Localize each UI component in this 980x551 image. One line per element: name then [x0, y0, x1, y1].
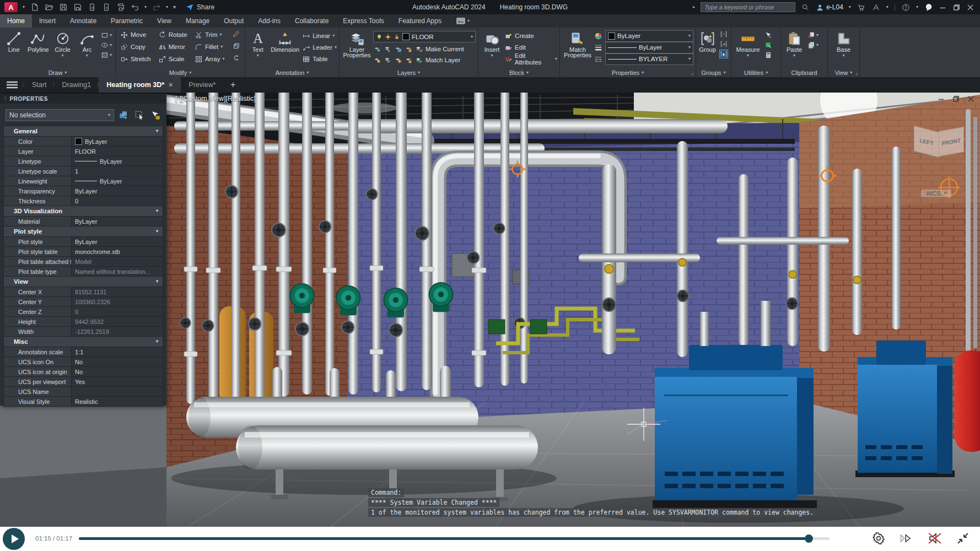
- copy-button[interactable]: Copy: [120, 42, 154, 52]
- group-button[interactable]: Group: [697, 30, 718, 53]
- ribbon-tab-manage[interactable]: Manage: [179, 14, 217, 28]
- modify-panel-label[interactable]: Modify▾: [116, 68, 245, 77]
- array-button[interactable]: Array▾: [195, 54, 228, 64]
- file-tab-start[interactable]: Start: [24, 77, 54, 93]
- ribbon-tab-addins[interactable]: Add-ins: [251, 14, 288, 28]
- line-button[interactable]: Line: [2, 30, 25, 53]
- property-value[interactable]: FLOOR: [72, 147, 163, 156]
- undo-button[interactable]: [130, 3, 139, 12]
- open-from-web-button[interactable]: [87, 3, 96, 12]
- exit-fullscreen-button[interactable]: [956, 531, 970, 545]
- property-value[interactable]: No: [72, 367, 163, 376]
- search-expand-icon[interactable]: ▸: [693, 5, 695, 9]
- viewcube-left-face[interactable]: LEFT: [914, 126, 939, 157]
- file-tab-preview[interactable]: Preview*: [181, 77, 223, 93]
- ribbon-tab-parametric[interactable]: Parametric: [104, 14, 150, 28]
- view-panel-label[interactable]: View▾: [828, 68, 859, 77]
- section-header-view[interactable]: View▾: [4, 277, 163, 287]
- drawing-close-icon[interactable]: [967, 95, 974, 102]
- command-prompt[interactable]: Command:: [368, 488, 404, 497]
- search-input[interactable]: Type a keyword or phrase: [701, 2, 795, 12]
- group-edit-button[interactable]: [720, 40, 728, 48]
- move-button[interactable]: Move: [120, 30, 154, 40]
- clipboard-panel-label[interactable]: Clipboard: [781, 68, 827, 77]
- property-value[interactable]: 1: [72, 166, 163, 176]
- help-caret-icon[interactable]: ▾: [916, 5, 918, 9]
- save-as-button[interactable]: [73, 3, 82, 12]
- properties-dialog-launcher-icon[interactable]: ⌟: [691, 70, 693, 75]
- layer-unlock-all-icon[interactable]: [405, 56, 412, 64]
- ungroup-button[interactable]: [720, 30, 728, 38]
- property-value[interactable]: ByLayer: [72, 237, 163, 246]
- file-tab-heating-room[interactable]: Heating room 3D*✕: [99, 77, 181, 93]
- user-menu-caret-icon[interactable]: ▾: [849, 5, 851, 9]
- select-objects-button[interactable]: [133, 110, 146, 121]
- ribbon-tab-view[interactable]: View: [150, 14, 179, 28]
- drawing-restore-icon[interactable]: [952, 95, 960, 102]
- progress-bar[interactable]: [79, 537, 830, 540]
- layer-thaw-all-icon[interactable]: [394, 56, 402, 64]
- quick-calc-button[interactable]: [764, 41, 772, 49]
- apps-caret-icon[interactable]: ▾: [886, 5, 889, 9]
- property-value[interactable]: -12261.2519: [72, 327, 163, 336]
- property-value[interactable]: Yes: [72, 377, 163, 386]
- close-button[interactable]: [966, 3, 974, 12]
- property-value[interactable]: [72, 387, 163, 396]
- layer-properties-button[interactable]: Layer Properties: [342, 30, 372, 58]
- property-value[interactable]: ByLayer: [72, 186, 163, 196]
- new-drawing-tab-button[interactable]: +: [224, 77, 243, 93]
- copy-clip-button[interactable]: ▾: [807, 41, 819, 49]
- viewcube-front-face[interactable]: FRONT: [939, 127, 964, 156]
- layer-unisolate-icon[interactable]: [384, 56, 391, 64]
- file-tab-drawing1[interactable]: Drawing1: [54, 77, 99, 93]
- ellipse-tool-button[interactable]: ▾: [101, 41, 112, 49]
- file-tabs-menu-icon[interactable]: [0, 77, 24, 93]
- insert-block-button[interactable]: Insert ▾: [481, 30, 503, 58]
- property-value[interactable]: 0: [72, 196, 163, 206]
- object-color-select[interactable]: ByLayer▾: [605, 30, 693, 42]
- property-value[interactable]: No: [72, 357, 163, 366]
- signed-in-user[interactable]: e-L04: [816, 3, 843, 12]
- section-header-plot-style[interactable]: Plot style▾: [4, 226, 163, 236]
- restore-button[interactable]: [952, 3, 961, 12]
- app-store-cart-icon[interactable]: [857, 3, 866, 12]
- edit-block-button[interactable]: Edit: [504, 42, 557, 52]
- save-to-web-button[interactable]: [101, 3, 111, 12]
- ribbon-tab-collaborate[interactable]: Collaborate: [288, 14, 336, 28]
- section-header-misc[interactable]: Misc▾: [4, 337, 163, 347]
- table-button[interactable]: Table: [302, 54, 337, 64]
- overkill-button[interactable]: [232, 54, 243, 62]
- layer-lock-icon[interactable]: [405, 45, 412, 53]
- polyline-button[interactable]: Polyline: [26, 30, 50, 53]
- redo-button[interactable]: [152, 3, 161, 12]
- paste-button[interactable]: Paste ▾: [783, 30, 805, 58]
- circle-button[interactable]: Circle ▾: [51, 30, 74, 58]
- calculator-button[interactable]: [764, 51, 772, 59]
- rotate-button[interactable]: Rotate: [158, 30, 190, 40]
- close-tab-icon[interactable]: ✕: [168, 82, 173, 89]
- layer-freeze-icon[interactable]: [394, 45, 402, 53]
- ribbon-display-toggle[interactable]: ▾: [452, 14, 474, 28]
- scale-button[interactable]: Scale: [158, 54, 190, 64]
- ribbon-tab-annotate[interactable]: Annotate: [63, 14, 104, 28]
- ribbon-tab-featured-apps[interactable]: Featured Apps: [391, 14, 449, 28]
- text-button[interactable]: A Text ▾: [247, 30, 268, 58]
- property-value[interactable]: Model: [72, 257, 163, 266]
- arc-button[interactable]: Arc ▾: [76, 30, 99, 58]
- property-value[interactable]: Named without translation...: [72, 267, 163, 276]
- match-properties-button[interactable]: Match Properties: [562, 30, 593, 58]
- ribbon-tab-insert[interactable]: Insert: [32, 14, 63, 28]
- section-header-general[interactable]: General▾: [4, 126, 163, 136]
- playback-speed-button[interactable]: [900, 531, 914, 545]
- layers-panel-label[interactable]: Layers▾: [340, 68, 478, 77]
- quick-select-palette-button[interactable]: [149, 110, 162, 121]
- help-icon[interactable]: [901, 3, 911, 12]
- groups-panel-label[interactable]: Groups▾: [696, 68, 731, 77]
- palette-title-bar[interactable]: ⁞ PROPERTIES: [0, 94, 166, 104]
- save-button[interactable]: [58, 3, 68, 12]
- property-value[interactable]: 0: [72, 307, 163, 316]
- mirror-button[interactable]: Mirror: [158, 42, 190, 52]
- play-button[interactable]: [3, 528, 25, 550]
- property-value[interactable]: monochrome.stb: [72, 247, 163, 256]
- mute-button[interactable]: [928, 531, 942, 545]
